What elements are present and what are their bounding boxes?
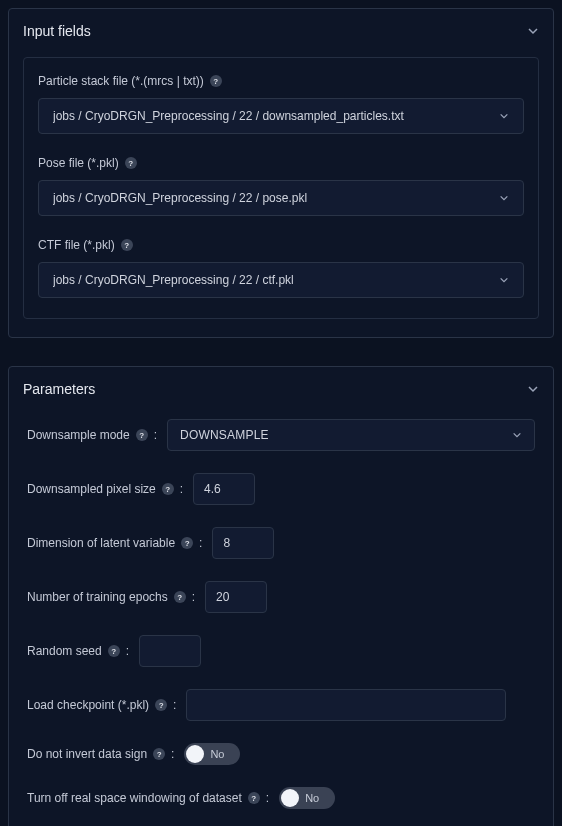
field-particle-stack: Particle stack file (*.(mrcs | txt)) ? j…	[38, 74, 524, 134]
param-label: Downsampled pixel size ? :	[27, 482, 183, 496]
chevron-down-icon	[499, 275, 509, 285]
param-downsample-mode: Downsample mode ? : DOWNSAMPLE	[27, 419, 535, 451]
no-invert-label: Do not invert data sign	[27, 747, 147, 761]
param-epochs: Number of training epochs ? :	[27, 581, 535, 613]
ctf-file-label: CTF file (*.pkl)	[38, 238, 115, 252]
help-icon[interactable]: ?	[174, 591, 186, 603]
colon: :	[154, 428, 157, 442]
parameters-body: Downsample mode ? : DOWNSAMPLE Downsampl…	[23, 415, 539, 826]
param-no-invert: Do not invert data sign ? : No	[27, 743, 535, 765]
chevron-down-icon	[512, 430, 522, 440]
downsampled-pixel-size-label: Downsampled pixel size	[27, 482, 156, 496]
particle-stack-value: jobs / CryoDRGN_Preprocessing / 22 / dow…	[53, 109, 404, 123]
help-icon[interactable]: ?	[125, 157, 137, 169]
param-dim-latent: Dimension of latent variable ? :	[27, 527, 535, 559]
help-icon[interactable]: ?	[155, 699, 167, 711]
toggle-knob	[186, 745, 204, 763]
param-downsampled-pixel-size: Downsampled pixel size ? :	[27, 473, 535, 505]
help-icon[interactable]: ?	[136, 429, 148, 441]
chevron-down-icon	[527, 383, 539, 395]
downsample-mode-value: DOWNSAMPLE	[180, 428, 269, 442]
colon: :	[173, 698, 176, 712]
param-random-seed: Random seed ? :	[27, 635, 535, 667]
help-icon[interactable]: ?	[162, 483, 174, 495]
colon: :	[266, 791, 269, 805]
pose-file-select[interactable]: jobs / CryoDRGN_Preprocessing / 22 / pos…	[38, 180, 524, 216]
input-fields-group: Particle stack file (*.(mrcs | txt)) ? j…	[23, 57, 539, 319]
param-label: Turn off real space windowing of dataset…	[27, 791, 269, 805]
epochs-label: Number of training epochs	[27, 590, 168, 604]
downsample-mode-label: Downsample mode	[27, 428, 130, 442]
chevron-down-icon	[499, 111, 509, 121]
param-load-checkpoint: Load checkpoint (*.pkl) ? :	[27, 689, 535, 721]
pose-file-label: Pose file (*.pkl)	[38, 156, 119, 170]
ctf-file-select[interactable]: jobs / CryoDRGN_Preprocessing / 22 / ctf…	[38, 262, 524, 298]
no-invert-toggle[interactable]: No	[184, 743, 240, 765]
colon: :	[126, 644, 129, 658]
help-icon[interactable]: ?	[248, 792, 260, 804]
field-label-row: CTF file (*.pkl) ?	[38, 238, 524, 252]
field-label-row: Particle stack file (*.(mrcs | txt)) ?	[38, 74, 524, 88]
particle-stack-label: Particle stack file (*.(mrcs | txt))	[38, 74, 204, 88]
no-windowing-label: Turn off real space windowing of dataset	[27, 791, 242, 805]
random-seed-label: Random seed	[27, 644, 102, 658]
pose-file-value: jobs / CryoDRGN_Preprocessing / 22 / pos…	[53, 191, 307, 205]
no-windowing-toggle[interactable]: No	[279, 787, 335, 809]
toggle-knob	[281, 789, 299, 807]
panel-input-fields-title: Input fields	[23, 23, 91, 39]
ctf-file-value: jobs / CryoDRGN_Preprocessing / 22 / ctf…	[53, 273, 294, 287]
help-icon[interactable]: ?	[121, 239, 133, 251]
dim-latent-label: Dimension of latent variable	[27, 536, 175, 550]
chevron-down-icon	[499, 193, 509, 203]
colon: :	[192, 590, 195, 604]
panel-input-fields-header[interactable]: Input fields	[23, 23, 539, 39]
param-label: Number of training epochs ? :	[27, 590, 195, 604]
help-icon[interactable]: ?	[153, 748, 165, 760]
load-checkpoint-label: Load checkpoint (*.pkl)	[27, 698, 149, 712]
field-label-row: Pose file (*.pkl) ?	[38, 156, 524, 170]
param-label: Dimension of latent variable ? :	[27, 536, 202, 550]
downsample-mode-select[interactable]: DOWNSAMPLE	[167, 419, 535, 451]
no-windowing-value: No	[305, 792, 319, 804]
field-ctf-file: CTF file (*.pkl) ? jobs / CryoDRGN_Prepr…	[38, 238, 524, 298]
downsampled-pixel-size-input[interactable]	[193, 473, 255, 505]
no-invert-value: No	[210, 748, 224, 760]
load-checkpoint-input[interactable]	[186, 689, 506, 721]
dim-latent-input[interactable]	[212, 527, 274, 559]
colon: :	[199, 536, 202, 550]
random-seed-input[interactable]	[139, 635, 201, 667]
param-label: Random seed ? :	[27, 644, 129, 658]
chevron-down-icon	[527, 25, 539, 37]
field-pose-file: Pose file (*.pkl) ? jobs / CryoDRGN_Prep…	[38, 156, 524, 216]
help-icon[interactable]: ?	[210, 75, 222, 87]
epochs-input[interactable]	[205, 581, 267, 613]
panel-parameters-title: Parameters	[23, 381, 95, 397]
help-icon[interactable]: ?	[108, 645, 120, 657]
panel-parameters-header[interactable]: Parameters	[23, 381, 539, 397]
help-icon[interactable]: ?	[181, 537, 193, 549]
param-label: Do not invert data sign ? :	[27, 747, 174, 761]
panel-parameters: Parameters Downsample mode ? : DOWNSAMPL…	[8, 366, 554, 826]
panel-input-fields: Input fields Particle stack file (*.(mrc…	[8, 8, 554, 338]
param-no-windowing: Turn off real space windowing of dataset…	[27, 787, 535, 809]
colon: :	[171, 747, 174, 761]
colon: :	[180, 482, 183, 496]
param-label: Load checkpoint (*.pkl) ? :	[27, 698, 176, 712]
param-label: Downsample mode ? :	[27, 428, 157, 442]
particle-stack-select[interactable]: jobs / CryoDRGN_Preprocessing / 22 / dow…	[38, 98, 524, 134]
